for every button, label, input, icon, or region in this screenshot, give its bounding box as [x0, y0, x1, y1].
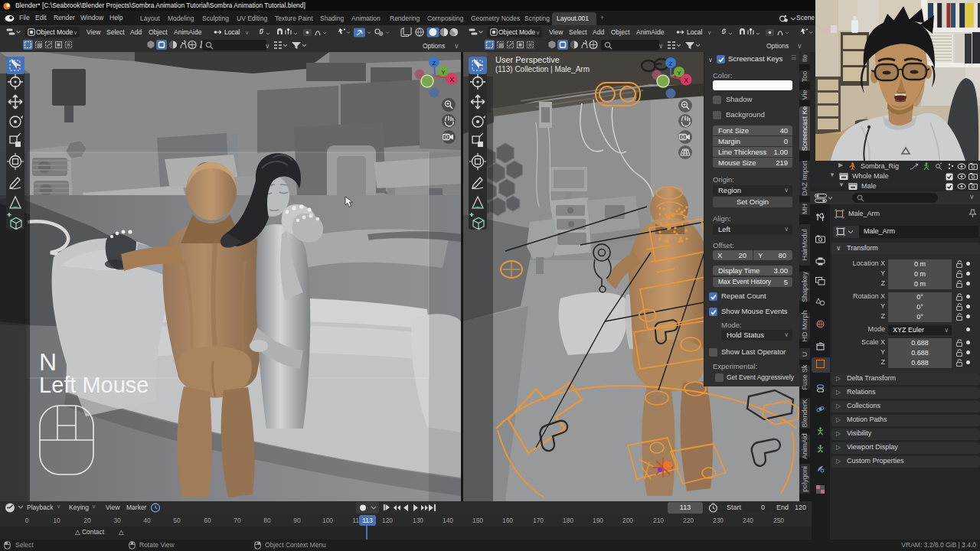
svg-text:User Perspective: User Perspective — [495, 55, 560, 64]
svg-text:X: X — [684, 77, 688, 84]
svg-text:(113) Collection | Male_Arm: (113) Collection | Male_Arm — [495, 65, 590, 73]
svg-text:Z: Z — [433, 60, 436, 67]
svg-text:Z: Z — [669, 60, 673, 67]
svg-text:X: X — [449, 76, 454, 83]
svg-text:Left Mouse: Left Mouse — [39, 373, 149, 397]
svg-text:Y: Y — [677, 70, 681, 77]
svg-text:Y: Y — [441, 69, 446, 76]
svg-text:N: N — [39, 348, 57, 376]
